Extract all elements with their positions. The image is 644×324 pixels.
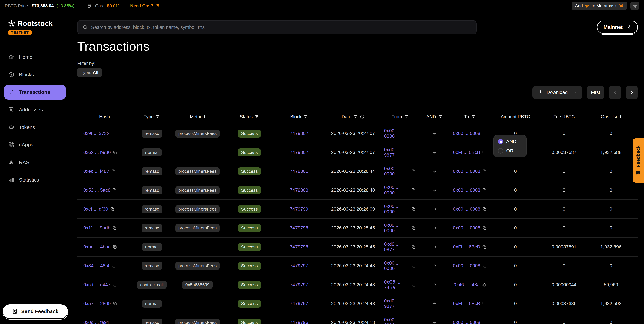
copy-icon[interactable] [113, 302, 117, 306]
to-address-link[interactable]: 0x00 ... 0008 [453, 225, 480, 231]
copy-icon[interactable] [112, 282, 117, 287]
copy-icon[interactable] [412, 150, 416, 154]
sidebar-item-home[interactable]: Home [4, 50, 66, 64]
copy-icon[interactable] [482, 226, 487, 230]
copy-icon[interactable] [412, 169, 416, 174]
feedback-tab[interactable]: Feedback [632, 138, 644, 182]
clock-icon[interactable] [360, 114, 364, 119]
copy-icon[interactable] [482, 169, 487, 174]
tx-hash-link[interactable]: 0x0d ... fe91 [83, 320, 109, 324]
to-address-link[interactable]: 0x00 ... 0008 [453, 168, 480, 174]
copy-icon[interactable] [482, 320, 487, 324]
to-address-link[interactable]: 0x00 ... 0008 [453, 320, 480, 324]
copy-icon[interactable] [112, 320, 116, 324]
sidebar-item-ras[interactable]: RAS [4, 155, 66, 170]
tx-hash-link[interactable]: 0x34 ... 48f4 [83, 263, 109, 268]
tx-hash-link[interactable]: 0xa7 ... 28d9 [83, 301, 111, 306]
radio-and[interactable] [498, 139, 503, 144]
sidebar-item-statistics[interactable]: Statistics [4, 172, 66, 187]
to-address-link[interactable]: 0x00 ... 0008 [453, 131, 480, 136]
block-link[interactable]: 7479797 [290, 263, 308, 268]
to-address-link[interactable]: 0xFf ... 6BcB [453, 244, 480, 250]
from-address-link[interactable]: 0x00 ... 0000 [384, 128, 410, 139]
to-address-link[interactable]: 0x00 ... 0008 [453, 206, 480, 212]
type-filter-chip[interactable]: Type:All [77, 68, 102, 77]
tx-hash-link[interactable]: 0x53 ... 5ac0 [83, 188, 110, 193]
block-link[interactable]: 7479796 [290, 320, 308, 324]
block-link[interactable]: 7479802 [290, 131, 308, 136]
to-address-link[interactable]: 0xFf ... 6BcB [453, 301, 480, 306]
from-address-link[interactable]: 0xd0 ... 9877 [384, 242, 410, 252]
block-link[interactable]: 7479801 [290, 168, 308, 174]
sidebar-item-tokens[interactable]: Tokens [4, 120, 66, 135]
from-address-link[interactable]: 0x00 ... 0000 [384, 222, 410, 234]
copy-icon[interactable] [482, 264, 487, 268]
to-address-link[interactable]: 0x00 ... 0008 [453, 188, 480, 193]
radio-option-and[interactable]: AND [498, 139, 522, 144]
copy-icon[interactable] [412, 264, 416, 268]
tx-hash-link[interactable]: 0x11 ... 9adb [83, 225, 110, 231]
block-link[interactable]: 7479802 [290, 150, 308, 155]
rootstock-app-button[interactable] [630, 2, 639, 10]
copy-icon[interactable] [482, 282, 486, 287]
copy-icon[interactable] [412, 302, 416, 306]
sidebar-item-blocks[interactable]: Blocks [4, 67, 66, 82]
sidebar-item-dapps[interactable]: dApps [4, 137, 66, 152]
copy-icon[interactable] [112, 131, 116, 136]
block-link[interactable]: 7479800 [290, 188, 308, 193]
filter-icon[interactable] [471, 114, 476, 119]
filter-icon[interactable] [255, 114, 259, 119]
next-page-button[interactable] [626, 86, 638, 99]
need-gas-link[interactable]: Need Gas? [130, 3, 160, 8]
copy-icon[interactable] [412, 282, 416, 287]
brand-logo[interactable]: Rootstock [8, 20, 70, 28]
sidebar-item-addresses[interactable]: Addresses [4, 102, 66, 117]
radio-option-or[interactable]: OR [498, 148, 522, 154]
block-link[interactable]: 7479798 [290, 244, 308, 250]
copy-icon[interactable] [482, 131, 487, 136]
from-address-link[interactable]: 0xd0 ... 9877 [384, 298, 410, 309]
copy-icon[interactable] [482, 188, 487, 192]
from-address-link[interactable]: 0x00 ... 0000 [384, 317, 410, 324]
tx-hash-link[interactable]: 0xcd ... d447 [83, 282, 110, 288]
from-address-link[interactable]: 0xC6 ... 74Ba [384, 279, 410, 290]
block-link[interactable]: 7479798 [290, 225, 308, 231]
copy-icon[interactable] [110, 207, 114, 211]
copy-icon[interactable] [412, 320, 416, 324]
tx-hash-link[interactable]: 0xef ... df30 [83, 206, 108, 212]
copy-icon[interactable] [412, 245, 416, 249]
copy-icon[interactable] [412, 226, 416, 230]
filter-icon[interactable] [438, 114, 442, 119]
copy-icon[interactable] [412, 207, 416, 211]
network-switch-button[interactable]: Mainnet [597, 20, 638, 34]
filter-icon[interactable] [156, 114, 160, 119]
copy-icon[interactable] [112, 226, 117, 230]
download-button[interactable]: Download [532, 86, 582, 99]
copy-icon[interactable] [482, 150, 486, 154]
first-page-button[interactable]: First [587, 86, 604, 99]
copy-icon[interactable] [482, 245, 486, 249]
sidebar-item-transactions[interactable]: Transactions [4, 85, 66, 100]
add-to-metamask-button[interactable]: Add to Metamask [572, 2, 627, 10]
copy-icon[interactable] [113, 150, 117, 154]
to-address-link[interactable]: 0xFf ... 6BcB [453, 150, 480, 155]
copy-icon[interactable] [112, 188, 117, 192]
tx-hash-link[interactable]: 0x9f ... 3732 [83, 131, 109, 136]
block-link[interactable]: 7479797 [290, 282, 308, 288]
from-address-link[interactable]: 0x00 ... 0000 [384, 185, 410, 196]
from-address-link[interactable]: 0x00 ... 0000 [384, 166, 410, 177]
copy-icon[interactable] [111, 169, 116, 174]
copy-icon[interactable] [412, 188, 416, 192]
radio-or[interactable] [498, 148, 503, 154]
filter-icon[interactable] [304, 114, 308, 119]
copy-icon[interactable] [482, 207, 487, 211]
search-input[interactable] [91, 25, 472, 30]
previous-page-button[interactable] [609, 86, 621, 99]
block-link[interactable]: 7479799 [290, 206, 308, 212]
from-address-link[interactable]: 0xd0 ... 9877 [384, 147, 410, 158]
to-address-link[interactable]: 0x46 ... f48a [454, 282, 480, 288]
to-address-link[interactable]: 0x00 ... 0008 [453, 263, 480, 268]
copy-icon[interactable] [412, 131, 416, 136]
block-link[interactable]: 7479797 [290, 301, 308, 306]
tx-hash-link[interactable]: 0x62 ... b930 [83, 150, 111, 155]
